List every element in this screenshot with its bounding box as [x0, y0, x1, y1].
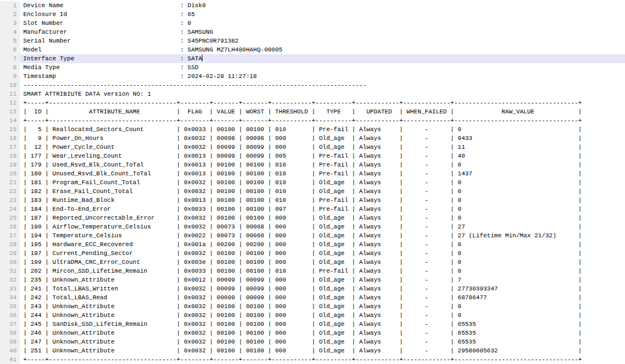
- line-content[interactable]: ----------------------------------------…: [20, 81, 625, 90]
- editor-line[interactable]: 11SMART ATTRIBIUTE DATA version NO: 1: [0, 90, 625, 98]
- editor-line[interactable]: 21| 181 | Program_Fail_Count_Total | 0x0…: [0, 178, 625, 187]
- line-number: 17: [0, 143, 20, 152]
- line-number: 11: [0, 90, 20, 98]
- line-content[interactable]: | 245 | SanDisk_SSD_Lifetim_Remain | 0x0…: [20, 320, 625, 329]
- editor-line[interactable]: 1Device Name : Disk0: [0, 1, 625, 10]
- editor-line[interactable]: 15| 5 | Reallocated_Sectors_Count | 0x00…: [0, 125, 625, 134]
- editor-line[interactable]: 29| 197 | Current_Pending_Sector | 0x003…: [0, 249, 625, 258]
- text-editor[interactable]: 1Device Name : Disk02Enclosure Id : 653S…: [0, 0, 625, 364]
- editor-line[interactable]: 24| 184 | End-To-End_Error | 0x0033 | 00…: [0, 205, 625, 214]
- line-content[interactable]: Serial Number : S45PNC0R791382: [20, 37, 625, 45]
- editor-line[interactable]: 5Serial Number : S45PNC0R791382: [0, 37, 625, 45]
- line-content[interactable]: | 177 | Wear_Leveling_Count | 0x0013 | 0…: [20, 152, 625, 160]
- line-number: 29: [0, 249, 20, 258]
- line-content[interactable]: | 183 | Runtime_Bad_Block | 0x0013 | 001…: [20, 196, 625, 205]
- line-content[interactable]: | 242 | Total_LBAS_Read | 0x0032 | 00099…: [20, 293, 625, 302]
- editor-line[interactable]: 27| 194 | Temperature_Celsius | 0x0022 |…: [0, 231, 625, 240]
- line-content[interactable]: Model : SAMSUNG MZ7LH480HAHQ-00005: [20, 45, 625, 54]
- editor-line[interactable]: 10--------------------------------------…: [0, 81, 625, 90]
- editor-line[interactable]: 14+-----+-------------------------------…: [0, 116, 625, 125]
- line-content[interactable]: | 184 | End-To-End_Error | 0x0033 | 0010…: [20, 205, 625, 214]
- editor-line[interactable]: 37| 245 | SanDisk_SSD_Lifetim_Remain | 0…: [0, 320, 625, 329]
- editor-line[interactable]: 22| 182 | Erase_Fail_Count_Total | 0x003…: [0, 187, 625, 196]
- line-number: 16: [0, 134, 20, 143]
- line-content[interactable]: | 246 | Unknown_Attribute | 0x0032 | 001…: [20, 329, 625, 337]
- editor-line[interactable]: 33| 241 | Total_LBAS_Written | 0x0032 | …: [0, 284, 625, 293]
- line-content[interactable]: Device Name : Disk0: [20, 1, 625, 10]
- editor-line[interactable]: 38| 246 | Unknown_Attribute | 0x0032 | 0…: [0, 329, 625, 337]
- editor-line[interactable]: 39| 247 | Unknown_Attribute | 0x0032 | 0…: [0, 337, 625, 346]
- line-number: 25: [0, 214, 20, 222]
- line-content[interactable]: | 12 | Power_Cycle_Count | 0x0032 | 0009…: [20, 143, 625, 152]
- editor-line[interactable]: 31| 202 | Mircon_SSD_Lifetime_Remain | 0…: [0, 267, 625, 275]
- editor-line[interactable]: 9Timestamp : 2024-02-28 11:27:18: [0, 72, 625, 81]
- line-number: 40: [0, 346, 20, 355]
- line-content[interactable]: | ID | ATTRIBUTE_NAME | FLAG | VALUE | W…: [20, 107, 625, 116]
- line-content[interactable]: | 182 | Erase_Fail_Count_Total | 0x0032 …: [20, 187, 625, 196]
- line-number: 9: [0, 72, 20, 81]
- editor-line[interactable]: 19| 179 | Used_Rsvd_Blk_Count_ToTal | 0x…: [0, 160, 625, 169]
- line-content[interactable]: | 235 | Unknown_Attribute | 0x0012 | 000…: [20, 275, 625, 284]
- line-content[interactable]: | 251 | Unknown_Attribute | 0x0032 | 001…: [20, 346, 625, 355]
- line-content[interactable]: | 179 | Used_Rsvd_Blk_Count_ToTal | 0x00…: [20, 160, 625, 169]
- line-content[interactable]: | 180 | Unused_Rsvd_Blk_Count_ToTal | 0x…: [20, 169, 625, 178]
- editor-line[interactable]: 6Model : SAMSUNG MZ7LH480HAHQ-00005: [0, 45, 625, 54]
- line-content[interactable]: | 202 | Mircon_SSD_Lifetime_Remain | 0x0…: [20, 267, 625, 275]
- line-content[interactable]: Enclosure Id : 65: [20, 10, 625, 19]
- editor-line[interactable]: 35| 243 | Unknown_Attribute | 0x0032 | 0…: [0, 302, 625, 311]
- line-content[interactable]: | 9 | Power_On_Hours | 0x0032 | 00098 | …: [20, 134, 625, 143]
- line-content[interactable]: Media Type : SSD: [20, 63, 625, 72]
- editor-line[interactable]: 30| 199 | UltraDMA_CRC_Error_Count | 0x0…: [0, 258, 625, 267]
- line-content[interactable]: | 244 | Unknown_Attribute | 0x0032 | 001…: [20, 311, 625, 320]
- editor-line[interactable]: 23| 183 | Runtime_Bad_Block | 0x0013 | 0…: [0, 196, 625, 205]
- line-content[interactable]: | 199 | UltraDMA_CRC_Error_Count | 0x003…: [20, 258, 625, 267]
- line-number: 41: [0, 355, 20, 364]
- editor-line[interactable]: 2Enclosure Id : 65: [0, 10, 625, 19]
- line-content[interactable]: | 194 | Temperature_Celsius | 0x0022 | 0…: [20, 231, 625, 240]
- line-content[interactable]: | 5 | Reallocated_Sectors_Count | 0x0033…: [20, 125, 625, 134]
- editor-line[interactable]: 16| 9 | Power_On_Hours | 0x0032 | 00098 …: [0, 134, 625, 143]
- line-content[interactable]: | 241 | Total_LBAS_Written | 0x0032 | 00…: [20, 284, 625, 293]
- editor-line[interactable]: 40| 251 | Unknown_Attribute | 0x0032 | 0…: [0, 346, 625, 355]
- line-number: 8: [0, 63, 20, 72]
- editor-line-active[interactable]: 7Interface Type : SATA: [0, 54, 625, 63]
- editor-line[interactable]: 34| 242 | Total_LBAS_Read | 0x0032 | 000…: [0, 293, 625, 302]
- editor-line[interactable]: 28| 195 | Hardware_ECC_Recovered | 0x001…: [0, 240, 625, 249]
- line-content[interactable]: | 181 | Program_Fail_Count_Total | 0x003…: [20, 178, 625, 187]
- line-content[interactable]: +-----+---------------------------------…: [20, 98, 625, 107]
- line-content[interactable]: Manufacturer : SAMSUNG: [20, 28, 625, 37]
- editor-line[interactable]: 3Slot Number : 0: [0, 19, 625, 28]
- line-number: 4: [0, 28, 20, 37]
- line-content[interactable]: | 247 | Unknown_Attribute | 0x0032 | 001…: [20, 337, 625, 346]
- editor-line[interactable]: 26| 190 | Airflow_Temperature_Celsius | …: [0, 222, 625, 231]
- line-content[interactable]: | 190 | Airflow_Temperature_Celsius | 0x…: [20, 222, 625, 231]
- line-number: 33: [0, 284, 20, 293]
- line-number: 32: [0, 275, 20, 284]
- editor-line[interactable]: 41+-----+-------------------------------…: [0, 355, 625, 364]
- line-content[interactable]: SMART ATTRIBIUTE DATA version NO: 1: [20, 90, 625, 98]
- line-number: 39: [0, 337, 20, 346]
- line-content[interactable]: | 195 | Hardware_ECC_Recovered | 0x001a …: [20, 240, 625, 249]
- editor-line[interactable]: 4Manufacturer : SAMSUNG: [0, 28, 625, 37]
- line-content[interactable]: +-----+---------------------------------…: [20, 116, 625, 125]
- line-content[interactable]: | 187 | Reported_Uncorrectable_Error | 0…: [20, 214, 625, 222]
- editor-line[interactable]: 8Media Type : SSD: [0, 63, 625, 72]
- line-number: 35: [0, 302, 20, 311]
- editor-line[interactable]: 25| 187 | Reported_Uncorrectable_Error |…: [0, 214, 625, 222]
- editor-line[interactable]: 36| 244 | Unknown_Attribute | 0x0032 | 0…: [0, 311, 625, 320]
- line-content[interactable]: +-----+---------------------------------…: [20, 355, 625, 364]
- text-caret: [202, 55, 202, 61]
- line-content[interactable]: Timestamp : 2024-02-28 11:27:18: [20, 72, 625, 81]
- editor-line[interactable]: 20| 180 | Unused_Rsvd_Blk_Count_ToTal | …: [0, 169, 625, 178]
- line-content[interactable]: | 197 | Current_Pending_Sector | 0x0032 …: [20, 249, 625, 258]
- line-content[interactable]: Slot Number : 0: [20, 19, 625, 28]
- line-number: 7: [0, 54, 20, 63]
- line-number: 36: [0, 311, 20, 320]
- line-content[interactable]: Interface Type : SATA: [20, 54, 625, 63]
- editor-line[interactable]: 12+-----+-------------------------------…: [0, 98, 625, 107]
- editor-line[interactable]: 32| 235 | Unknown_Attribute | 0x0012 | 0…: [0, 275, 625, 284]
- editor-line[interactable]: 17| 12 | Power_Cycle_Count | 0x0032 | 00…: [0, 143, 625, 152]
- editor-line[interactable]: 18| 177 | Wear_Leveling_Count | 0x0013 |…: [0, 152, 625, 160]
- line-content[interactable]: | 243 | Unknown_Attribute | 0x0032 | 001…: [20, 302, 625, 311]
- editor-line[interactable]: 13| ID | ATTRIBUTE_NAME | FLAG | VALUE |…: [0, 107, 625, 116]
